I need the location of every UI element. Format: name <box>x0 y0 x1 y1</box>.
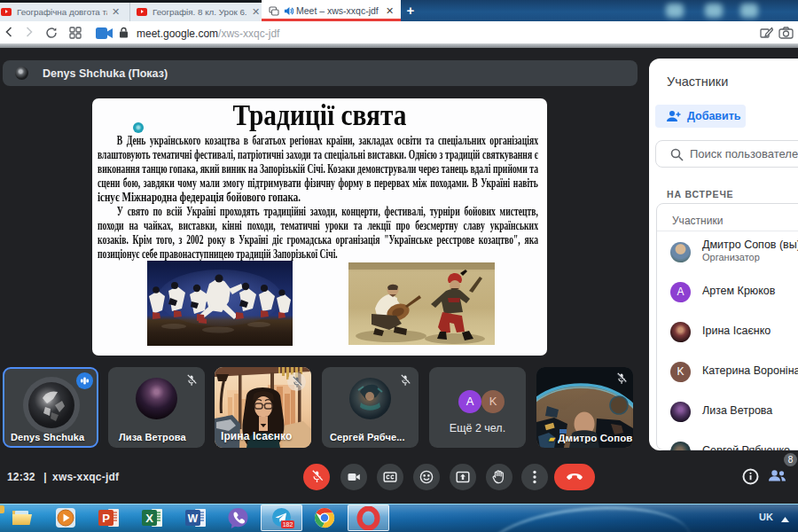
svg-text:P: P <box>102 512 110 525</box>
svg-text:W: W <box>188 512 199 525</box>
svg-text:X: X <box>145 512 153 525</box>
